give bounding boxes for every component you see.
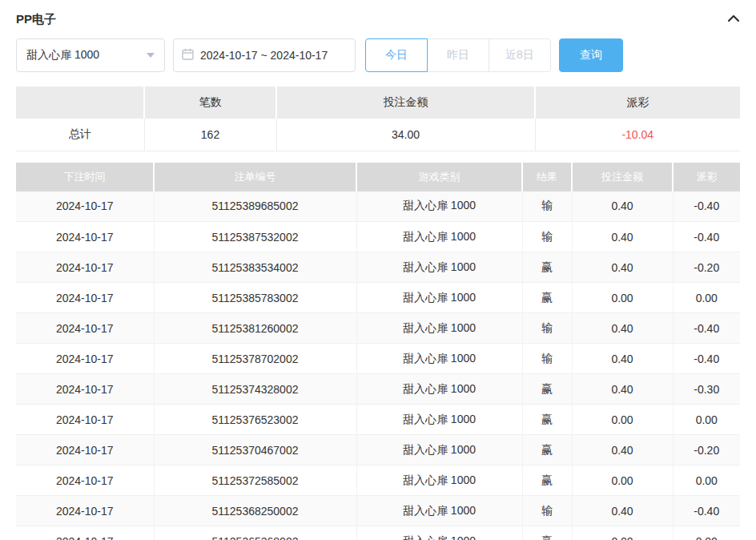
result-cell: 输 xyxy=(522,313,572,344)
result-cell: 赢 xyxy=(522,435,572,465)
game-select[interactable]: 甜入心扉 1000 xyxy=(16,38,165,72)
table-row: 2024-10-1751125381260002甜入心扉 1000输0.40-0… xyxy=(16,313,740,344)
table-row: 2024-10-1751125385783002甜入心扉 1000赢0.000.… xyxy=(16,283,740,313)
search-button[interactable]: 查询 xyxy=(559,38,623,72)
summary-count: 162 xyxy=(144,119,276,151)
bet-amount-cell: 0.00 xyxy=(572,405,673,435)
records-header-cell: 下注时间 xyxy=(16,163,154,191)
bet-amount-cell: 0.40 xyxy=(572,496,673,526)
quick-filter-last-8-days[interactable]: 近8日 xyxy=(489,38,551,72)
table-row: 2024-10-1751125387532002甜入心扉 1000输0.40-0… xyxy=(16,222,740,252)
result-cell: 赢 xyxy=(522,405,572,435)
game-select-value: 甜入心扉 1000 xyxy=(26,48,99,62)
bet-time-cell: 2024-10-17 xyxy=(16,526,154,540)
summary-header-row: 笔数投注金额派彩 xyxy=(16,87,740,119)
summary-header-cell: 投注金额 xyxy=(276,87,535,119)
table-row: 2024-10-1751125374328002甜入心扉 1000赢0.40-0… xyxy=(16,374,740,405)
table-row: 2024-10-1751125368250002甜入心扉 1000输0.40-0… xyxy=(16,496,740,526)
ticket-number-cell: 51125378702002 xyxy=(154,344,356,374)
bet-amount-cell: 0.40 xyxy=(572,344,673,374)
summary-header-cell: 笔数 xyxy=(144,87,276,119)
ticket-number-cell: 51125370467002 xyxy=(154,435,356,465)
records-header-cell: 投注金额 xyxy=(572,163,673,191)
payout-cell: 0.00 xyxy=(673,283,740,313)
records-header-row: 下注时间注单编号游戏类别结果投注金额派彩 xyxy=(16,163,740,191)
table-row: 2024-10-1751125378702002甜入心扉 1000输0.40-0… xyxy=(16,344,740,374)
result-cell: 输 xyxy=(522,222,572,252)
game-category-cell: 甜入心扉 1000 xyxy=(356,222,522,252)
bet-time-cell: 2024-10-17 xyxy=(16,465,154,496)
game-category-cell: 甜入心扉 1000 xyxy=(356,496,522,526)
result-cell: 赢 xyxy=(522,526,572,540)
date-range-input[interactable]: 2024-10-17 ~ 2024-10-17 xyxy=(173,38,356,72)
payout-cell: -0.20 xyxy=(673,252,740,283)
table-row: 2024-10-1751125389685002甜入心扉 1000输0.40-0… xyxy=(16,191,740,222)
game-category-cell: 甜入心扉 1000 xyxy=(356,526,522,540)
payout-cell: -0.40 xyxy=(673,344,740,374)
records-header-cell: 游戏类别 xyxy=(356,163,522,191)
payout-cell: -0.40 xyxy=(673,313,740,344)
result-cell: 输 xyxy=(522,191,572,222)
bet-time-cell: 2024-10-17 xyxy=(16,496,154,526)
bet-time-cell: 2024-10-17 xyxy=(16,313,154,344)
summary-total-row: 总计 162 34.00 -10.04 xyxy=(16,119,740,151)
table-row: 2024-10-1751125370467002甜入心扉 1000赢0.40-0… xyxy=(16,435,740,465)
payout-cell: -0.40 xyxy=(673,496,740,526)
game-category-cell: 甜入心扉 1000 xyxy=(356,435,522,465)
result-cell: 赢 xyxy=(522,252,572,283)
panel-header: PP电子 xyxy=(16,0,740,32)
payout-cell: 0.00 xyxy=(673,405,740,435)
table-row: 2024-10-1751125376523002甜入心扉 1000赢0.000.… xyxy=(16,405,740,435)
summary-table: 笔数投注金额派彩 总计 162 34.00 -10.04 xyxy=(16,87,740,151)
table-row: 2024-10-1751125365368002甜入心扉 1000赢0.000.… xyxy=(16,526,740,540)
bet-amount-cell: 0.40 xyxy=(572,374,673,405)
game-category-cell: 甜入心扉 1000 xyxy=(356,465,522,496)
bet-time-cell: 2024-10-17 xyxy=(16,374,154,405)
payout-cell: -0.20 xyxy=(673,435,740,465)
calendar-icon xyxy=(182,48,200,62)
ticket-number-cell: 51125374328002 xyxy=(154,374,356,405)
ticket-number-cell: 51125383534002 xyxy=(154,252,356,283)
chevron-up-icon xyxy=(727,13,740,26)
quick-filter-group: 今日昨日近8日 xyxy=(365,38,551,72)
ticket-number-cell: 51125372585002 xyxy=(154,465,356,496)
bet-amount-cell: 0.40 xyxy=(572,191,673,222)
page-title: PP电子 xyxy=(16,12,56,27)
collapse-button[interactable] xyxy=(727,13,740,26)
summary-total-label: 总计 xyxy=(16,119,144,151)
records-header-cell: 派彩 xyxy=(673,163,740,191)
payout-cell: -0.40 xyxy=(673,191,740,222)
bet-amount-cell: 0.00 xyxy=(572,526,673,540)
bet-time-cell: 2024-10-17 xyxy=(16,435,154,465)
filter-bar: 甜入心扉 1000 2024-10-17 ~ 2024-10-17 今日昨日近8… xyxy=(16,38,740,72)
payout-cell: -0.40 xyxy=(673,222,740,252)
ticket-number-cell: 51125389685002 xyxy=(154,191,356,222)
bet-amount-cell: 0.40 xyxy=(572,222,673,252)
result-cell: 输 xyxy=(522,344,572,374)
summary-bet-amount: 34.00 xyxy=(276,119,535,151)
result-cell: 赢 xyxy=(522,374,572,405)
game-category-cell: 甜入心扉 1000 xyxy=(356,374,522,405)
bet-amount-cell: 0.40 xyxy=(572,313,673,344)
bet-time-cell: 2024-10-17 xyxy=(16,405,154,435)
quick-filter-yesterday[interactable]: 昨日 xyxy=(427,38,489,72)
ticket-number-cell: 51125376523002 xyxy=(154,405,356,435)
bet-time-cell: 2024-10-17 xyxy=(16,252,154,283)
ticket-number-cell: 51125365368002 xyxy=(154,526,356,540)
quick-filter-today[interactable]: 今日 xyxy=(365,38,428,72)
bet-amount-cell: 0.00 xyxy=(572,283,673,313)
game-category-cell: 甜入心扉 1000 xyxy=(356,313,522,344)
game-category-cell: 甜入心扉 1000 xyxy=(356,191,522,222)
result-cell: 赢 xyxy=(522,465,572,496)
game-category-cell: 甜入心扉 1000 xyxy=(356,344,522,374)
records-header-cell: 注单编号 xyxy=(154,163,356,191)
result-cell: 输 xyxy=(522,496,572,526)
bet-records-panel: PP电子 甜入心扉 1000 2024-10-17 ~ 2 xyxy=(0,0,756,540)
bet-time-cell: 2024-10-17 xyxy=(16,191,154,222)
records-table: 下注时间注单编号游戏类别结果投注金额派彩 2024-10-17511253896… xyxy=(16,163,740,540)
chevron-down-icon xyxy=(147,53,155,58)
ticket-number-cell: 51125381260002 xyxy=(154,313,356,344)
table-row: 2024-10-1751125372585002甜入心扉 1000赢0.000.… xyxy=(16,465,740,496)
ticket-number-cell: 51125385783002 xyxy=(154,283,356,313)
bet-amount-cell: 0.40 xyxy=(572,435,673,465)
